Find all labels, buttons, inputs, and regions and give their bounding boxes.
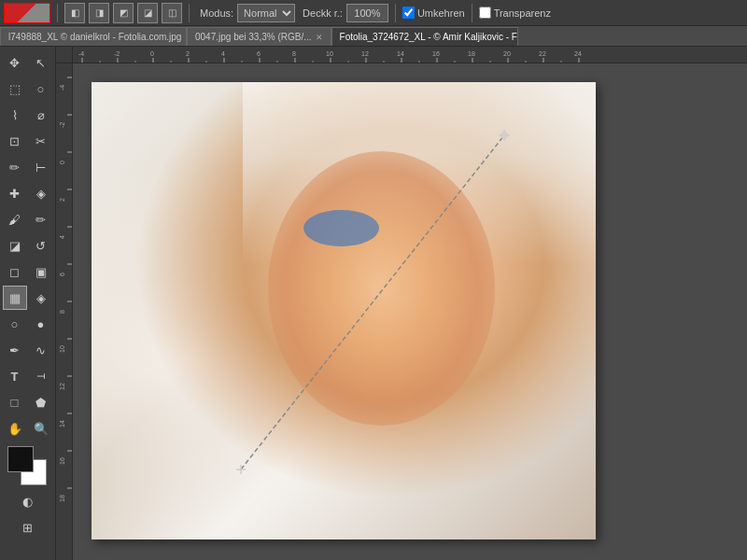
svg-text:14: 14 bbox=[59, 420, 65, 427]
svg-text:18: 18 bbox=[468, 50, 475, 57]
tab-3-label: Fotolia_3724672_XL - © Amir Kaljikovic -… bbox=[340, 32, 518, 42]
transparency-checkbox-label[interactable]: Transparenz bbox=[479, 7, 551, 19]
color-swatch-button[interactable] bbox=[4, 3, 50, 23]
tool-pair-5: ✏ ⊢ bbox=[3, 155, 53, 179]
separator-4 bbox=[472, 4, 472, 22]
tool-pair-2: ⬚ ○ bbox=[3, 77, 53, 101]
tool-eyedropper[interactable]: ✏ bbox=[3, 155, 27, 179]
mode-select[interactable]: Normal bbox=[237, 4, 295, 22]
tool-shape[interactable]: □ bbox=[3, 390, 27, 414]
toolbar-icon-2[interactable]: ◨ bbox=[89, 3, 109, 23]
tool-pair-17: ⊞ bbox=[16, 515, 40, 539]
fg-color-swatch[interactable] bbox=[7, 446, 34, 472]
tool-pen[interactable]: ✒ bbox=[3, 338, 27, 362]
tool-pair-6: ✚ ◈ bbox=[3, 181, 53, 205]
svg-text:0: 0 bbox=[59, 161, 65, 164]
svg-text:14: 14 bbox=[397, 50, 404, 57]
tab-bar: l749888_XL © danielkrol - Fotolia.com.jp… bbox=[0, 26, 747, 47]
svg-text:-4: -4 bbox=[78, 50, 84, 57]
invert-label: Umkehren bbox=[417, 7, 465, 19]
svg-text:10: 10 bbox=[59, 345, 65, 353]
opacity-label: Deckk r.: bbox=[303, 7, 343, 19]
svg-text:6: 6 bbox=[257, 50, 261, 57]
tool-quick-mask[interactable]: ◐ bbox=[16, 489, 40, 513]
svg-text:-2: -2 bbox=[114, 50, 120, 57]
left-toolbar: ✥ ↖ ⬚ ○ ⌇ ⌀ ⊡ ✂ ✏ ⊢ ✚ ◈ 🖌 ✏ ◪ ↺ bbox=[0, 47, 56, 560]
tool-pair-13: T T bbox=[3, 364, 53, 388]
tool-pair-1: ✥ ↖ bbox=[3, 50, 53, 75]
tool-magic-wand[interactable]: ⌀ bbox=[29, 103, 53, 127]
tool-pencil[interactable]: ✏ bbox=[29, 207, 53, 231]
tool-patch[interactable]: ◈ bbox=[29, 181, 53, 205]
tool-select-rect[interactable]: ⬚ bbox=[3, 77, 27, 101]
toolbar-icon-5[interactable]: ◫ bbox=[162, 3, 182, 23]
tab-1[interactable]: l749888_XL © danielkrol - Fotolia.com.jp… bbox=[0, 27, 187, 46]
svg-text:4: 4 bbox=[221, 50, 225, 57]
tool-pair-15: ✋ 🔍 bbox=[3, 416, 53, 441]
toolbar-icon-3[interactable]: ◩ bbox=[113, 3, 134, 23]
svg-text:22: 22 bbox=[539, 50, 546, 57]
svg-text:24: 24 bbox=[574, 50, 582, 57]
tool-pair-3: ⌇ ⌀ bbox=[3, 103, 53, 127]
tool-pan[interactable]: ✋ bbox=[3, 416, 27, 441]
opacity-input[interactable]: 100% bbox=[346, 4, 388, 22]
tool-lasso[interactable]: ⌇ bbox=[3, 103, 27, 127]
toolbar-icon-1[interactable]: ◧ bbox=[64, 3, 85, 23]
tool-pair-9: ◻ ▣ bbox=[3, 259, 53, 284]
tool-text-vertical[interactable]: T bbox=[29, 364, 53, 388]
tool-text[interactable]: T bbox=[3, 364, 27, 388]
svg-text:10: 10 bbox=[326, 50, 333, 57]
svg-text:20: 20 bbox=[503, 50, 511, 57]
tool-burn[interactable]: ● bbox=[29, 312, 53, 336]
tool-crop[interactable]: ⊡ bbox=[3, 129, 27, 153]
tool-pair-10: ▦ ◈ bbox=[3, 286, 53, 310]
tool-custom-shape[interactable]: ⬟ bbox=[29, 390, 53, 414]
svg-text:4: 4 bbox=[59, 235, 65, 239]
tool-eraser[interactable]: ◻ bbox=[3, 259, 27, 284]
ruler-left-svg: -4 -2 0 2 4 6 8 10 12 bbox=[56, 63, 73, 560]
svg-text:-2: -2 bbox=[59, 122, 65, 128]
tool-arrow[interactable]: ↖ bbox=[29, 50, 53, 75]
tool-select-ellipse[interactable]: ○ bbox=[29, 77, 53, 101]
invert-checkbox[interactable] bbox=[402, 7, 415, 19]
tool-zoom[interactable]: 🔍 bbox=[29, 416, 53, 441]
transparency-checkbox[interactable] bbox=[479, 7, 491, 19]
ruler-corner bbox=[56, 47, 73, 63]
separator-2 bbox=[189, 4, 190, 22]
svg-text:16: 16 bbox=[59, 457, 65, 465]
tab-2-close[interactable]: ✕ bbox=[316, 33, 323, 42]
tab-3[interactable]: Fotolia_3724672_XL - © Amir Kaljikovic -… bbox=[331, 27, 518, 46]
svg-text:2: 2 bbox=[59, 198, 65, 202]
svg-text:12: 12 bbox=[59, 383, 65, 390]
tool-screen-mode[interactable]: ⊞ bbox=[16, 515, 40, 539]
mode-label: Modus: bbox=[200, 7, 233, 19]
tab-1-label: l749888_XL © danielkrol - Fotolia.com.jp… bbox=[8, 32, 181, 42]
tab-2[interactable]: 0047.jpg bei 33,3% (RGB/... ✕ bbox=[187, 27, 331, 46]
tool-fill[interactable]: ◈ bbox=[29, 286, 53, 310]
svg-text:2: 2 bbox=[186, 50, 190, 57]
tool-heal[interactable]: ✚ bbox=[3, 181, 27, 205]
tool-stamp[interactable]: ◪ bbox=[3, 233, 27, 258]
tool-pair-8: ◪ ↺ bbox=[3, 233, 53, 258]
tool-slice[interactable]: ✂ bbox=[29, 129, 53, 153]
svg-text:16: 16 bbox=[432, 50, 440, 57]
separator-1 bbox=[57, 4, 58, 22]
tool-move[interactable]: ✥ bbox=[3, 50, 27, 75]
tool-ruler-tool[interactable]: ⊢ bbox=[29, 155, 53, 179]
tool-brush[interactable]: 🖌 bbox=[3, 207, 27, 231]
tool-gradient[interactable]: ▦ bbox=[3, 286, 27, 310]
ruler-top-svg: -4 -2 0 2 4 6 8 10 12 bbox=[73, 47, 747, 63]
tab-2-label: 0047.jpg bei 33,3% (RGB/... bbox=[195, 32, 312, 42]
invert-checkbox-label[interactable]: Umkehren bbox=[402, 7, 465, 19]
tool-pair-7: 🖌 ✏ bbox=[3, 207, 53, 231]
tool-dodge[interactable]: ○ bbox=[3, 312, 27, 336]
canvas-area: -4 -2 0 2 4 6 8 10 12 bbox=[56, 47, 747, 560]
tool-bg-eraser[interactable]: ▣ bbox=[29, 259, 53, 284]
tool-history-brush[interactable]: ↺ bbox=[29, 233, 53, 258]
toolbar-icon-4[interactable]: ◪ bbox=[137, 3, 158, 23]
separator-3 bbox=[395, 4, 396, 22]
ruler-left: -4 -2 0 2 4 6 8 10 12 bbox=[56, 63, 73, 560]
color-tools bbox=[7, 446, 49, 487]
svg-text:-4: -4 bbox=[59, 85, 65, 91]
tool-freeform-pen[interactable]: ∿ bbox=[29, 338, 53, 362]
